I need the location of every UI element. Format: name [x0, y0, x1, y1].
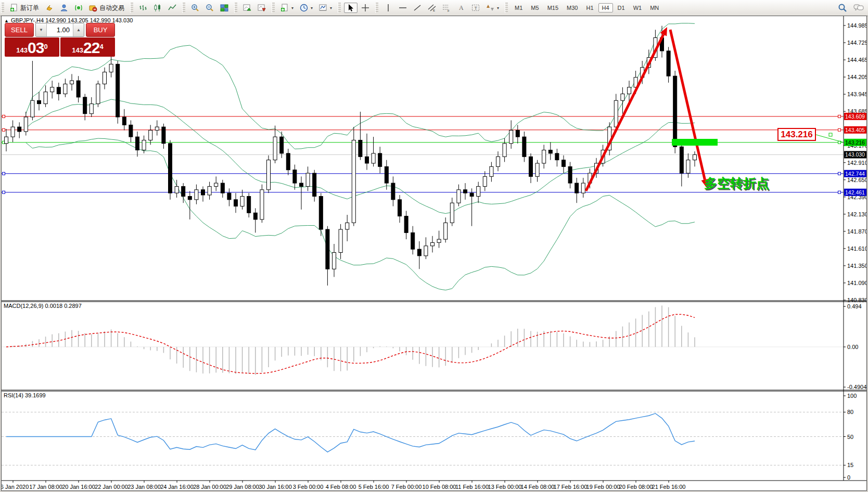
candle-body	[333, 253, 336, 269]
time-tick-label: 14 Feb 08:00	[521, 484, 555, 490]
chart-window[interactable]: ▲GBPJPY-,H4 142.990 143.205 142.990 143.…	[1, 16, 867, 491]
svg-text:142.461: 142.461	[845, 189, 865, 196]
timeframe-button-h1[interactable]: H1	[582, 3, 597, 12]
text-icon: A	[457, 4, 465, 12]
candle-body	[11, 127, 15, 137]
chart-shift-marker[interactable]	[699, 17, 705, 21]
candle-body	[175, 186, 178, 193]
line-anchor[interactable]	[3, 172, 5, 175]
candle-body	[221, 183, 224, 193]
line-anchor[interactable]	[838, 128, 841, 131]
candle-body	[437, 239, 441, 242]
price-tick-label: 141.870	[847, 228, 866, 235]
shapes-tool[interactable]: ▾	[483, 3, 502, 13]
vline-tool[interactable]	[381, 3, 395, 13]
buy-price-prefix: 143	[72, 45, 83, 56]
svg-text:A: A	[459, 4, 464, 11]
candle-body	[483, 176, 487, 186]
price-axis: 144.985144.725144.465144.205143.945143.6…	[844, 22, 866, 481]
candle-body	[470, 193, 474, 196]
candle-body	[57, 87, 60, 94]
time-tick-label: 5 Feb 16:00	[359, 484, 389, 490]
line-anchor[interactable]	[3, 128, 5, 131]
timeframe-button-d1[interactable]: D1	[614, 3, 629, 12]
hline-tool[interactable]	[396, 3, 410, 13]
macd-panel	[2, 305, 844, 374]
gold-icon[interactable]	[43, 3, 56, 13]
line-anchor[interactable]	[838, 172, 841, 175]
autotrade-icon	[89, 4, 97, 12]
time-tick-label: 16 Jan 2020	[2, 484, 29, 490]
candle-body	[686, 160, 690, 173]
line-anchor[interactable]	[3, 115, 5, 118]
zoom-out-icon[interactable]	[203, 3, 216, 13]
timeframe-button-m1[interactable]: M1	[511, 3, 526, 12]
main-plot	[2, 17, 844, 290]
line-anchor[interactable]	[3, 191, 5, 193]
periods-icon[interactable]: ▾	[297, 3, 315, 13]
chat-icon[interactable]	[853, 3, 864, 12]
timeframe-button-h4[interactable]: H4	[598, 3, 613, 12]
line-chart-icon[interactable]	[165, 3, 179, 13]
zoom-in-icon[interactable]	[188, 3, 202, 13]
dropdown-caret-icon[interactable]: ▾	[330, 6, 332, 10]
candle-body	[391, 183, 395, 200]
trendline-tool[interactable]	[411, 3, 424, 13]
timeframe-button-w1[interactable]: W1	[630, 3, 646, 12]
time-tick-label: 4 Feb 08:00	[326, 484, 356, 490]
line-anchor[interactable]	[838, 191, 841, 193]
candle-body	[267, 160, 271, 190]
highlight-zone-rect[interactable]	[672, 139, 718, 146]
volume-value[interactable]: 1.00	[47, 23, 73, 36]
trend-up-arrow[interactable]	[586, 34, 663, 191]
time-tick-label: 29 Jan 08:00	[226, 484, 259, 490]
candle-chart-icon[interactable]	[151, 3, 164, 13]
candle-body	[83, 97, 87, 114]
crosshair-tool[interactable]	[359, 3, 372, 13]
sell-price[interactable]: 143030	[5, 37, 59, 57]
buy-button[interactable]: BUY	[86, 23, 115, 37]
one-click-trade-panel: SELL ▼ 1.00 ▲ BUY 143030 143224	[5, 23, 115, 57]
cursor-tool[interactable]	[344, 3, 358, 13]
annotation-note-text[interactable]: 多空转折点	[704, 175, 769, 192]
volume-up-button[interactable]: ▲	[73, 23, 84, 36]
new-order-button[interactable]: 新订单	[7, 3, 42, 13]
periods-icon-icon	[300, 4, 308, 12]
indicators-icon[interactable]: ▾	[316, 3, 335, 13]
timeframe-button-m15[interactable]: M15	[544, 3, 562, 12]
candle-body	[188, 196, 192, 199]
price-callout-label[interactable]: 143.216	[777, 128, 816, 141]
bar-chart-icon[interactable]	[136, 3, 150, 13]
text-tool[interactable]: A	[454, 3, 468, 13]
timeframe-button-m5[interactable]: M5	[527, 3, 542, 12]
new-chart-icon[interactable]	[240, 3, 254, 13]
dropdown-caret-icon[interactable]: ▾	[291, 6, 293, 10]
timeframe-button-mn[interactable]: MN	[646, 3, 662, 12]
callout-anchor[interactable]	[829, 133, 832, 136]
price-tick-label: 144.725	[847, 40, 866, 46]
time-axis[interactable]: 16 Jan 202017 Jan 08:0020 Jan 16:0022 Ja…	[2, 481, 685, 490]
shapes-icon	[486, 4, 494, 12]
candle-body	[37, 100, 41, 103]
label-tool[interactable]: T	[469, 3, 482, 13]
buy-price[interactable]: 143224	[60, 37, 115, 57]
dropdown-caret-icon[interactable]: ▾	[497, 6, 499, 10]
search-icon[interactable]	[838, 3, 848, 12]
main-chart-svg[interactable]: 144.985144.725144.465144.205143.945143.6…	[2, 16, 866, 490]
signal-icon[interactable]	[72, 3, 85, 13]
volume-down-button[interactable]: ▼	[36, 23, 47, 36]
line-anchor[interactable]	[838, 115, 841, 118]
sell-button[interactable]: SELL	[5, 23, 34, 37]
profile-icon[interactable]	[57, 3, 71, 13]
dropdown-caret-icon[interactable]: ▾	[311, 6, 313, 10]
candle-body	[306, 173, 310, 186]
fibo-tool[interactable]: F	[440, 3, 453, 13]
timeframe-button-m30[interactable]: M30	[563, 3, 581, 12]
templates-icon[interactable]: ▾	[278, 3, 296, 13]
autotrade-button[interactable]: 自动交易	[86, 3, 127, 13]
chart-profile-icon[interactable]	[255, 3, 269, 13]
tile-windows-icon[interactable]	[218, 3, 231, 13]
channel-tool[interactable]: E	[425, 3, 439, 13]
candle-body	[477, 186, 480, 196]
candle-body	[319, 196, 323, 229]
